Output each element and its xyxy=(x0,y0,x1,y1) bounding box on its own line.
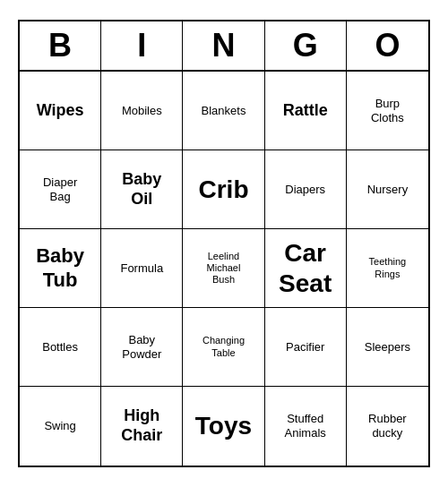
bingo-cell: BabyTub xyxy=(20,229,101,308)
bingo-cell: HighChair xyxy=(101,387,183,466)
bingo-cell: BabyPowder xyxy=(101,308,183,387)
bingo-header: BINGO xyxy=(20,21,428,72)
bingo-cell: Bottles xyxy=(20,308,101,387)
bingo-cell: StuffedAnimals xyxy=(265,387,347,466)
bingo-cell: Toys xyxy=(183,387,264,466)
bingo-cell: Mobiles xyxy=(101,72,183,150)
bingo-cell: BurpCloths xyxy=(347,72,428,150)
bingo-cell: Wipes xyxy=(20,72,101,150)
bingo-cell: CarSeat xyxy=(265,229,347,308)
bingo-cell: Sleepers xyxy=(347,308,428,387)
bingo-cell: Pacifier xyxy=(265,308,347,387)
bingo-cell: DiaperBag xyxy=(20,150,101,229)
bingo-cell: Swing xyxy=(20,387,101,466)
bingo-card: BINGO WipesMobilesBlanketsRattleBurpClot… xyxy=(18,20,430,467)
header-letter: N xyxy=(183,21,264,70)
bingo-cell: BabyOil xyxy=(101,150,183,229)
bingo-cell: Blankets xyxy=(183,72,264,150)
bingo-cell: Rattle xyxy=(265,72,347,150)
bingo-cell: LeelindMichaelBush xyxy=(183,229,264,308)
bingo-cell: ChangingTable xyxy=(183,308,264,387)
bingo-cell: Crib xyxy=(183,150,264,229)
header-letter: I xyxy=(101,21,183,70)
bingo-grid: WipesMobilesBlanketsRattleBurpClothsDiap… xyxy=(20,72,428,466)
bingo-cell: Formula xyxy=(101,229,183,308)
header-letter: B xyxy=(20,21,101,70)
bingo-cell: Diapers xyxy=(265,150,347,229)
bingo-cell: Rubberducky xyxy=(347,387,428,466)
bingo-cell: TeethingRings xyxy=(347,229,428,308)
header-letter: G xyxy=(265,21,347,70)
bingo-cell: Nursery xyxy=(347,150,428,229)
header-letter: O xyxy=(347,21,428,70)
